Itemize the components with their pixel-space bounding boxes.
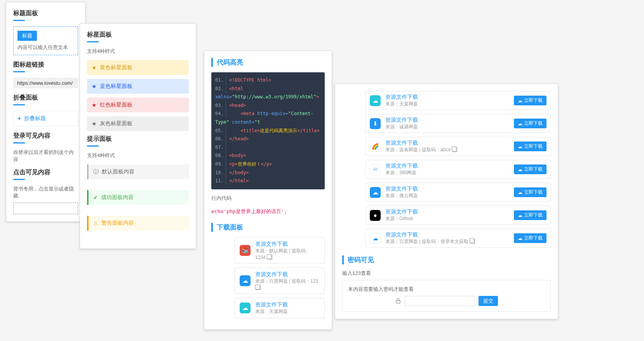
download-source: 来源：百度网盘 | 提取码：123 — [255, 278, 320, 290]
download-icon: ☁ — [370, 233, 381, 244]
download-title: 资源文件下载 — [385, 208, 509, 215]
password-input[interactable] — [405, 296, 475, 306]
star-label: 蓝色标星面板 — [100, 83, 132, 90]
download-info: 资源文件下载 来源：百度网盘 | 提取码：登录本文获取 — [385, 231, 509, 245]
download-title: 资源文件下载 — [385, 94, 509, 101]
download-button[interactable]: ☁ 立即下载 — [514, 119, 547, 128]
download-item: ☁ 资源文件下载 来源：天翼网盘 ☁ 立即下载 — [366, 91, 551, 110]
cloud-download-icon: ☁ — [518, 236, 522, 241]
tip-label: 默认面板内容 — [102, 168, 134, 175]
download-item[interactable]: 📚 资源文件下载 来源：默认网盘 | 提取码：1234 — [235, 237, 325, 264]
tip-panel-item: ✔成功面板内容 — [87, 190, 189, 205]
download-info: 资源文件下载 来源：天翼网盘 — [255, 301, 320, 315]
section-title: 登录可见内容 — [13, 132, 78, 140]
section-title: 标星面板 — [87, 31, 189, 39]
download-item[interactable]: ☁ 资源文件下载 来源：百度网盘 | 提取码：123 — [235, 268, 325, 294]
copy-icon[interactable] — [256, 285, 261, 290]
download-icon: ⬇ — [370, 118, 381, 129]
code-header: 代码高亮 — [211, 58, 325, 67]
download-item: 🌈 资源文件下载 来源：蓝奏网盘 | 提取码：abcd ☁ 立即下载 — [366, 137, 551, 156]
underline — [13, 71, 25, 72]
star-icon — [92, 65, 97, 71]
download-source: 来源：360网盘 — [385, 170, 509, 176]
lock-icon — [395, 298, 401, 304]
download-title: 资源文件下载 — [385, 140, 509, 147]
download-item: ☁ 资源文件下载 来源：百度网盘 | 提取码：登录本文获取 ☁ 立即下载 — [366, 229, 551, 248]
download-info: 资源文件下载 来源：蓝奏网盘 | 提取码：abcd — [385, 140, 509, 153]
hidden-content-box[interactable] — [13, 203, 78, 214]
download-info: 资源文件下载 来源：微云网盘 — [385, 185, 509, 199]
download-button[interactable]: ☁ 立即下载 — [514, 96, 547, 105]
tip-icon: ⚠ — [93, 220, 98, 226]
collapse-item[interactable]: 折叠标题 — [13, 111, 78, 126]
download-title: 资源文件下载 — [255, 271, 320, 278]
download-header: 下载面板 — [211, 223, 325, 232]
code-block: 01.<!DOCTYPE html> 02.<html xmlns="http:… — [211, 72, 325, 189]
svg-rect-0 — [396, 301, 400, 303]
tip-icon: ⓘ — [93, 168, 99, 175]
download-info: 资源文件下载 来源：诚通网盘 — [385, 117, 509, 130]
download-icon: 📚 — [240, 245, 251, 256]
tip-label: 成功面板内容 — [101, 194, 134, 201]
plus-icon — [17, 115, 21, 122]
cloud-download-icon: ☁ — [518, 144, 522, 149]
download-source: 来源：诚通网盘 — [385, 124, 509, 130]
download-icon: ☁ — [370, 187, 381, 198]
inline-header: 行内代码 — [211, 195, 325, 202]
copy-icon[interactable] — [470, 239, 475, 244]
submit-button[interactable]: 提交 — [479, 296, 498, 306]
download-source: 来源：蓝奏网盘 | 提取码：abcd — [385, 147, 509, 153]
section-title: 点击可见内容 — [13, 168, 78, 177]
download-source: 来源：天翼网盘 — [385, 101, 509, 107]
download-icon: ☁ — [240, 275, 251, 286]
download-source: 来源：百度网盘 | 提取码：登录本文获取 — [385, 238, 509, 245]
star-panel-item: 蓝色标星面板 — [87, 79, 189, 94]
download-item: ☁ 资源文件下载 来源：微云网盘 ☁ 立即下载 — [366, 183, 551, 202]
copy-icon[interactable] — [268, 255, 272, 260]
star-panel-item: 灰色标星面板 — [87, 116, 189, 131]
cloud-download-icon: ☁ — [518, 98, 522, 103]
star-label: 灰色标星面板 — [100, 120, 132, 127]
download-button[interactable]: ☁ 立即下载 — [514, 142, 547, 151]
password-header: 密码可见 — [342, 255, 551, 264]
star-icon — [92, 102, 97, 108]
tip-label: 警告面板内容 — [101, 220, 134, 227]
cloud-download-icon: ☁ — [518, 213, 522, 218]
section-title: 图标超链接 — [13, 61, 78, 69]
star-panel-item: 红色标星面板 — [87, 98, 189, 112]
download-info: 资源文件下载 来源：360网盘 — [385, 163, 509, 176]
card-code-highlight: 代码高亮 01.<!DOCTYPE html> 02.<html xmlns="… — [204, 51, 332, 330]
download-title: 资源文件下载 — [385, 163, 509, 170]
cloud-download-icon: ☁ — [518, 167, 522, 172]
star-panel-item: 黄色标星面板 — [87, 60, 189, 75]
underline — [13, 142, 25, 143]
download-info: 资源文件下载 来源：天翼网盘 — [385, 94, 509, 107]
download-button[interactable]: ☁ 立即下载 — [514, 210, 547, 220]
copy-icon[interactable] — [453, 147, 457, 152]
download-item[interactable]: ☁ 资源文件下载 来源：天翼网盘 — [235, 298, 325, 318]
card-title-panel: 标题面板 标题 内容可以输入任意文本 图标超链接 https://www.lov… — [6, 2, 85, 222]
download-button[interactable]: ☁ 立即下载 — [514, 187, 547, 197]
underline — [13, 179, 25, 180]
inline-code: echo'php是世界上最好的语言'; — [211, 206, 325, 217]
download-title: 资源文件下载 — [385, 117, 509, 124]
download-button[interactable]: ☁ 立即下载 — [514, 233, 547, 243]
download-button[interactable]: ☁ 立即下载 — [514, 164, 547, 174]
section-title: 折叠面板 — [13, 94, 78, 102]
section-title: 标题面板 — [13, 9, 78, 17]
download-icon: ☁ — [240, 303, 251, 313]
collapse-label: 折叠标题 — [24, 115, 46, 122]
hyperlink-box[interactable]: https://www.lovestu.com/ — [13, 78, 78, 88]
title-tag[interactable]: 标题 — [17, 31, 37, 41]
tip-icon: ✔ — [93, 194, 98, 201]
download-title: 资源文件下载 — [255, 241, 320, 248]
title-panel-text: 内容可以输入任意文本 — [17, 44, 74, 51]
star-icon — [92, 83, 97, 89]
cloud-download-icon: ☁ — [518, 121, 522, 126]
click-text: 背书专用，点击显示或者隐藏 — [13, 185, 78, 199]
hyperlink-url: https://www.lovestu.com/ — [17, 80, 73, 86]
download-source: 来源：微云网盘 — [385, 192, 509, 199]
download-icon: ● — [370, 210, 381, 221]
password-hint: 输入123查看 — [342, 270, 551, 277]
underline — [13, 20, 25, 21]
